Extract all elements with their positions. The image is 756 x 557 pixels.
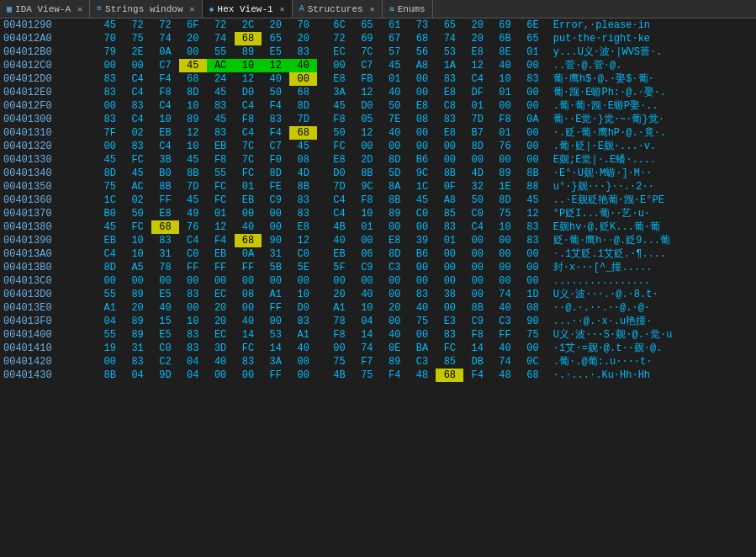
hex-byte[interactable]: 20 [463, 32, 491, 45]
hex-byte[interactable]: 01 [491, 126, 519, 140]
hex-byte[interactable]: EB [325, 247, 353, 261]
hex-byte[interactable]: 00 [207, 274, 235, 288]
hex-byte[interactable]: 00 [262, 207, 289, 220]
hex-byte[interactable]: 74 [353, 342, 381, 355]
table-row[interactable]: 004013601C02FF45FCEBC983C4F88B45A8508D45… [0, 194, 756, 207]
hex-byte[interactable]: 8B [353, 167, 381, 180]
hex-byte[interactable]: C4 [96, 247, 124, 261]
hex-byte[interactable]: 00 [289, 369, 317, 382]
table-row[interactable]: 004014005589E583EC1453A1F814400083F8FF75… [0, 328, 756, 342]
hex-byte[interactable]: 40 [262, 72, 289, 86]
hex-byte[interactable]: C4 [463, 72, 491, 86]
hex-byte[interactable]: 00 [353, 140, 381, 153]
hex-byte[interactable]: 31 [151, 247, 179, 261]
table-row[interactable]: 004012D083C4F46824124000E8FB010083C41083… [0, 72, 756, 86]
hex-byte[interactable]: 10 [179, 315, 207, 328]
hex-byte[interactable]: 88 [519, 180, 547, 194]
hex-byte[interactable]: 38 [436, 288, 463, 301]
hex-byte[interactable]: F7 [353, 355, 381, 369]
hex-byte[interactable]: 55 [96, 328, 124, 342]
hex-byte[interactable]: 74 [436, 32, 463, 45]
hex-byte[interactable]: 12 [353, 126, 381, 140]
hex-byte[interactable]: 72 [151, 19, 179, 32]
hex-byte[interactable]: 00 [409, 328, 436, 342]
hex-byte[interactable]: 90 [262, 234, 289, 247]
hex-byte[interactable]: EC [207, 328, 235, 342]
hex-byte[interactable]: FF [207, 261, 235, 274]
hex-byte[interactable]: C0 [151, 342, 179, 355]
hex-byte[interactable]: FF [262, 369, 289, 382]
hex-byte[interactable]: 89 [381, 355, 409, 369]
hex-byte[interactable]: E5 [262, 45, 289, 59]
hex-byte[interactable]: 4B [325, 220, 353, 234]
hex-byte[interactable]: C0 [409, 207, 436, 220]
hex-byte[interactable]: 3D [207, 342, 235, 355]
hex-byte[interactable]: C0 [289, 247, 317, 261]
hex-byte[interactable]: 89 [491, 167, 519, 180]
hex-byte[interactable]: 45 [179, 194, 207, 207]
tab-structures-close[interactable]: ✕ [370, 4, 375, 14]
hex-byte[interactable]: 85 [436, 355, 463, 369]
hex-byte[interactable]: 12 [207, 220, 235, 234]
hex-byte[interactable]: 4D [463, 167, 491, 180]
hex-byte[interactable]: 72 [325, 32, 353, 45]
hex-byte[interactable]: 45 [207, 113, 235, 126]
hex-byte[interactable]: 05 [353, 113, 381, 126]
hex-byte[interactable]: 45 [207, 86, 235, 99]
hex-byte[interactable]: 83 [519, 220, 547, 234]
hex-byte[interactable]: A5 [124, 261, 151, 274]
hex-byte[interactable]: 00 [519, 140, 547, 153]
table-row[interactable]: 00401370B050E84901000083C41089C085C07512… [0, 207, 756, 220]
hex-byte[interactable]: 04 [179, 369, 207, 382]
hex-byte[interactable]: 20 [325, 288, 353, 301]
hex-byte[interactable]: 5F [325, 261, 353, 274]
hex-byte[interactable]: EB [207, 140, 235, 153]
hex-byte[interactable]: 83 [436, 328, 463, 342]
table-row[interactable]: 004012904572726F722C20706C6561736520696E… [0, 19, 756, 32]
hex-byte[interactable]: 00 [262, 220, 289, 234]
hex-byte[interactable]: 85 [436, 207, 463, 220]
hex-byte[interactable]: 00 [436, 140, 463, 153]
hex-byte[interactable]: F8 [325, 113, 353, 126]
hex-byte[interactable]: FE [262, 180, 289, 194]
table-row[interactable]: 004012E083C4F88D45D050683A124000E8DF0100… [0, 86, 756, 99]
hex-byte[interactable]: 83 [436, 113, 463, 126]
hex-byte[interactable]: 00 [179, 45, 207, 59]
hex-byte[interactable]: A8 [409, 59, 436, 72]
hex-byte[interactable]: 75 [96, 180, 124, 194]
hex-byte[interactable]: 53 [436, 45, 463, 59]
hex-byte[interactable]: 40 [381, 126, 409, 140]
hex-byte[interactable]: 74 [207, 32, 235, 45]
hex-byte[interactable]: 83 [436, 72, 463, 86]
hex-byte[interactable]: 83 [179, 342, 207, 355]
hex-byte[interactable]: 31 [262, 247, 289, 261]
hex-byte[interactable]: 20 [207, 301, 235, 315]
hex-byte[interactable]: 5E [289, 261, 317, 274]
hex-byte[interactable]: C8 [436, 99, 463, 113]
hex-byte[interactable]: 10 [491, 72, 519, 86]
hex-byte[interactable]: 00 [381, 315, 409, 328]
hex-byte[interactable]: F8 [235, 113, 262, 126]
hex-byte[interactable]: 00 [463, 153, 491, 167]
hex-byte[interactable]: 00 [409, 220, 436, 234]
table-row[interactable]: 004013B08DA578FFFFFF5B5E5FC9C30000000000… [0, 261, 756, 274]
hex-byte[interactable]: 10 [179, 140, 207, 153]
hex-byte[interactable]: 75 [325, 355, 353, 369]
hex-byte[interactable]: 00 [491, 261, 519, 274]
hex-byte[interactable]: 00 [235, 274, 262, 288]
hex-byte[interactable]: B0 [96, 207, 124, 220]
hex-byte[interactable]: 00 [519, 126, 547, 140]
hex-byte[interactable]: 00 [207, 369, 235, 382]
hex-byte[interactable]: FF [151, 194, 179, 207]
hex-byte[interactable]: E5 [151, 328, 179, 342]
hex-byte[interactable]: E8 [409, 99, 436, 113]
hex-byte[interactable]: 00 [289, 274, 317, 288]
hex-byte[interactable]: 6E [519, 19, 547, 32]
hex-byte[interactable]: 40 [381, 328, 409, 342]
hex-byte[interactable]: E8 [325, 72, 353, 86]
hex-byte[interactable]: 2C [235, 19, 262, 32]
hex-byte[interactable]: 45 [124, 167, 151, 180]
hex-byte[interactable]: 74 [491, 288, 519, 301]
hex-byte[interactable]: F8 [325, 328, 353, 342]
hex-byte[interactable]: 00 [519, 153, 547, 167]
